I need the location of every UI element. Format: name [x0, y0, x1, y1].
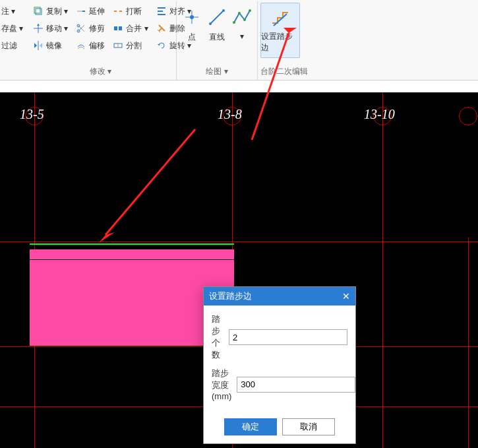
- polyline-icon: [231, 7, 253, 28]
- ok-button[interactable]: 确定: [224, 418, 277, 435]
- point-button[interactable]: 点: [179, 3, 204, 47]
- align-icon: [156, 6, 167, 16]
- dialog-titlebar[interactable]: 设置踏步边 ✕: [204, 287, 355, 305]
- break-icon: [113, 6, 123, 16]
- merge-icon: [113, 23, 123, 34]
- save-button[interactable]: 存盘 ▾: [0, 20, 25, 37]
- copy-icon: [33, 6, 44, 16]
- svg-point-10: [233, 21, 235, 24]
- mirror-icon: [33, 40, 44, 51]
- cancel-button[interactable]: 取消: [282, 418, 335, 435]
- annotation-arrow-2: [249, 30, 302, 143]
- split-button[interactable]: 分割: [109, 37, 152, 54]
- step-edge-icon: [270, 7, 291, 28]
- move-icon: [33, 23, 44, 34]
- copy-button[interactable]: 复制 ▾: [29, 3, 72, 20]
- offset-button[interactable]: 偏移: [72, 37, 109, 54]
- draw-group: 点 直线 ▾ 绘图 ▾: [177, 1, 258, 80]
- annotation-arrow-1: [99, 127, 198, 245]
- move-button[interactable]: 移动 ▾: [29, 20, 72, 37]
- mirror-button[interactable]: 镜像: [29, 37, 72, 54]
- step-width-label: 踏步宽度(mm): [212, 368, 231, 401]
- ribbon: 注 ▾ 存盘 ▾ 过滤 复制 ▾ 移动 ▾ 镜像 延伸 修剪 偏移 打断 合并 …: [0, 0, 478, 80]
- split-icon: [113, 40, 123, 51]
- line-icon: [206, 7, 227, 28]
- step-width-input[interactable]: [237, 377, 355, 393]
- svg-point-13: [249, 9, 251, 12]
- grid-label-13-10: 13-10: [364, 107, 395, 122]
- svg-line-16: [252, 33, 289, 140]
- set-step-edge-dialog: 设置踏步边 ✕ 踏步个数 踏步宽度(mm) 确定 取消: [203, 286, 356, 444]
- extend-icon: [76, 6, 86, 16]
- modify-group: 复制 ▾ 移动 ▾ 镜像 延伸 修剪 偏移 打断 合并 ▾ 分割 对齐 ▾ 删除…: [25, 1, 177, 80]
- svg-point-9: [222, 9, 225, 12]
- grid-label-13-8: 13-8: [218, 107, 242, 122]
- delete-icon: [156, 23, 167, 34]
- step-count-input[interactable]: [229, 329, 347, 345]
- filter-button[interactable]: 过滤: [0, 37, 25, 54]
- trim-button[interactable]: 修剪: [72, 20, 109, 37]
- step-count-label: 踏步个数: [212, 313, 224, 361]
- dialog-close-button[interactable]: ✕: [342, 291, 350, 302]
- merge-button[interactable]: 合并 ▾: [109, 20, 152, 37]
- dialog-title-text: 设置踏步边: [209, 290, 252, 302]
- point-icon: [181, 7, 202, 28]
- trim-icon: [76, 23, 86, 34]
- annotate-button[interactable]: 注 ▾: [0, 3, 25, 20]
- break-button[interactable]: 打断: [109, 3, 152, 20]
- svg-rect-1: [34, 7, 40, 13]
- rotate-icon: [156, 40, 167, 51]
- svg-rect-4: [114, 26, 117, 30]
- svg-point-8: [209, 22, 212, 25]
- svg-rect-0: [36, 9, 42, 15]
- svg-rect-5: [119, 26, 122, 30]
- offset-icon: [76, 40, 86, 51]
- svg-point-12: [243, 18, 246, 21]
- svg-point-7: [190, 15, 194, 19]
- modify-group-label: 修改 ▾: [29, 65, 172, 79]
- extend-button[interactable]: 延伸: [72, 3, 109, 20]
- ribbon-left-partial: 注 ▾ 存盘 ▾ 过滤: [0, 1, 25, 80]
- svg-point-11: [238, 12, 241, 15]
- svg-line-14: [105, 129, 195, 235]
- line-button[interactable]: 直线: [204, 3, 229, 47]
- svg-marker-17: [284, 28, 297, 33]
- draw-group-label: 绘图 ▾: [179, 65, 254, 79]
- grid-label-13-5: 13-5: [20, 107, 44, 122]
